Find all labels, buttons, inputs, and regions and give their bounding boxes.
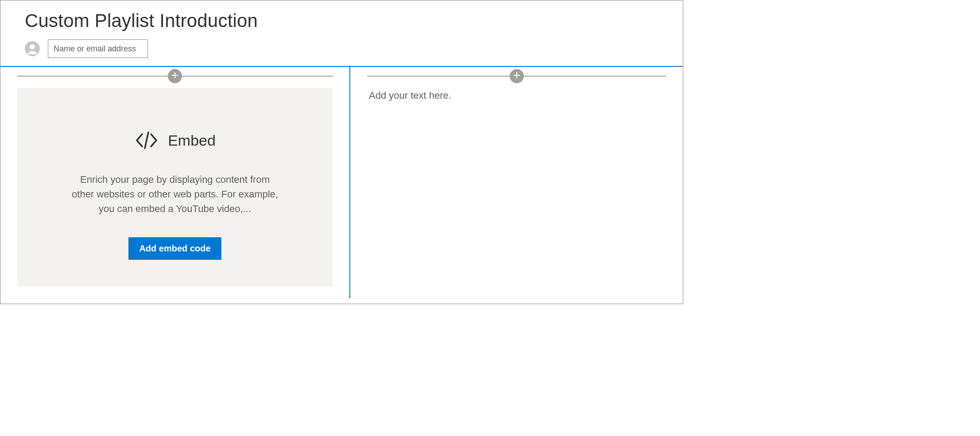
add-section-divider [17,76,333,77]
columns-container: Embed Enrich your page by displaying con… [0,67,683,298]
plus-icon [171,72,178,81]
svg-point-1 [30,44,35,50]
plus-icon [513,72,520,81]
add-webpart-button[interactable] [510,69,524,83]
page-header: Custom Playlist Introduction [0,0,683,67]
page-title[interactable]: Custom Playlist Introduction [25,10,658,31]
page-editor-container: Custom Playlist Introduction [0,0,683,304]
embed-webpart-card: Embed Enrich your page by displaying con… [17,88,333,286]
add-section-divider [367,76,666,77]
left-column: Embed Enrich your page by displaying con… [0,67,350,298]
author-row [25,39,658,58]
right-column: Add your text here. [350,67,683,298]
author-name-field[interactable] [48,39,148,58]
add-embed-code-button[interactable]: Add embed code [128,237,221,260]
add-webpart-button[interactable] [168,69,182,83]
avatar-icon [25,41,40,56]
code-icon [134,128,159,153]
embed-description: Enrich your page by displaying content f… [71,172,279,216]
embed-title: Embed [168,132,216,149]
text-webpart-placeholder[interactable]: Add your text here. [367,88,666,101]
embed-title-row: Embed [134,128,216,153]
